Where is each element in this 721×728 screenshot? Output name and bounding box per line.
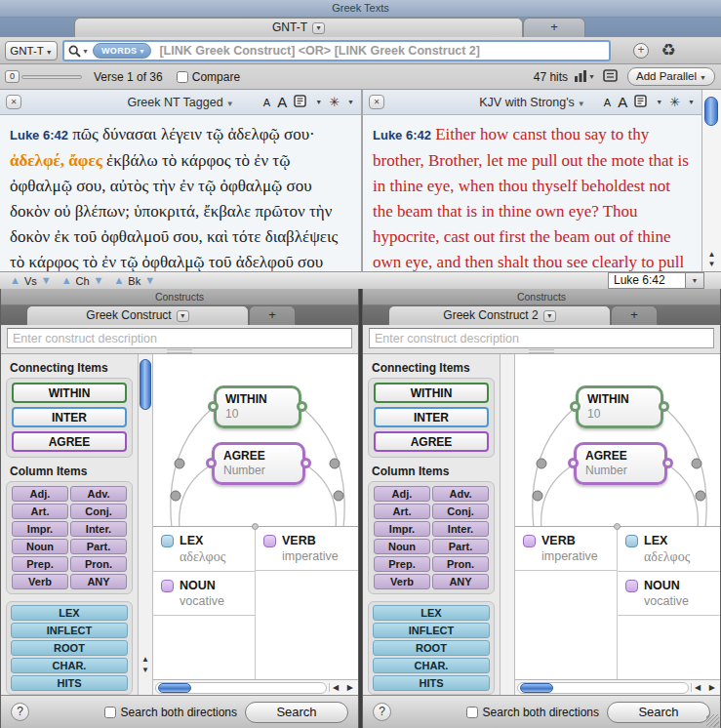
scrollbar-track[interactable]	[155, 682, 327, 694]
search-input[interactable]: ▼ WORDS▼ [LINK Greek Construct] <OR> [LI…	[62, 40, 611, 61]
vertical-scrollbar[interactable]: ▲▼	[701, 90, 721, 271]
verse-down-arrow[interactable]: ▼	[41, 275, 52, 286]
tab-gnt-t[interactable]: GNT-T▾	[74, 18, 523, 37]
within-palette-button[interactable]: WITHIN	[12, 383, 127, 403]
construct-element[interactable]: LEXαδελφος	[618, 527, 720, 572]
text-slider[interactable]	[21, 75, 82, 79]
search-scope-pill[interactable]: WORDS▼	[93, 43, 152, 59]
inflect-button[interactable]: INFLECT	[11, 623, 128, 638]
lex-button[interactable]: LEX	[11, 605, 128, 621]
construct-element[interactable]: VERBimperative	[515, 527, 617, 571]
chapter-down-arrow[interactable]: ▼	[94, 275, 104, 286]
details-workspace-icon[interactable]	[603, 69, 618, 85]
scroll-right-arrow[interactable]: ▶	[709, 683, 715, 692]
connector-port[interactable]	[570, 401, 581, 412]
vertical-scrollbar[interactable]: ▲▼	[500, 354, 515, 695]
text-slider-value[interactable]: 0	[5, 70, 20, 83]
horizontal-scrollbar[interactable]: ◀▶	[153, 679, 358, 695]
connector-port[interactable]	[206, 458, 217, 468]
connector-port[interactable]	[662, 458, 673, 468]
column-divider-handle[interactable]	[252, 523, 259, 530]
decrease-font-button[interactable]: A	[604, 97, 611, 108]
research-icon[interactable]: ♻	[661, 40, 676, 61]
connector-port[interactable]	[300, 458, 311, 468]
adv-button[interactable]: Adv.	[70, 486, 127, 502]
display-settings-icon[interactable]	[294, 95, 307, 110]
root-button[interactable]: ROOT	[11, 640, 128, 656]
search-icon[interactable]: ▼	[68, 45, 89, 58]
connection-area[interactable]: WITHIN 10 AGREE Number	[153, 354, 358, 526]
scrollbar-thumb[interactable]	[140, 359, 151, 410]
search-button[interactable]: Search	[607, 702, 710, 723]
window-titlebar[interactable]: Greek Texts	[0, 0, 721, 18]
art-button[interactable]: Art.	[12, 504, 68, 519]
scroll-up-arrow[interactable]: ▲	[139, 654, 152, 665]
construct-tab[interactable]: Greek Construct▾	[26, 305, 249, 325]
impr-button[interactable]: Impr.	[374, 521, 430, 537]
book-up-arrow[interactable]: ▲	[113, 275, 124, 286]
art-button[interactable]: Art.	[374, 504, 430, 519]
connector-port[interactable]	[297, 401, 307, 412]
inflect-button[interactable]: INFLECT	[373, 623, 490, 638]
conj-button[interactable]: Conj.	[70, 504, 127, 519]
go-to-reference-input[interactable]: Luke 6:42	[608, 272, 686, 289]
window-resize-grip[interactable]	[706, 714, 719, 727]
scrollbar-track[interactable]	[517, 682, 689, 694]
construct-column[interactable]: LEXαδελφοςNOUNvocative	[618, 527, 720, 679]
scroll-left-arrow[interactable]: ◀	[695, 683, 701, 692]
construct-element[interactable]: VERBimperative	[256, 527, 358, 571]
increase-font-button[interactable]: A	[277, 94, 287, 110]
construct-columns[interactable]: VERBimperativeLEXαδελφοςNOUNvocative	[515, 526, 720, 679]
construct-description-input[interactable]	[7, 328, 352, 348]
inter-button[interactable]: Inter.	[70, 521, 127, 537]
within-node-value[interactable]: 10	[225, 407, 290, 421]
construct-columns[interactable]: LEXαδελφοςNOUNvocativeVERBimperative	[153, 526, 358, 679]
root-button[interactable]: ROOT	[373, 640, 490, 656]
corpus-selector-button[interactable]: GNT-T▼	[5, 41, 58, 61]
prep-button[interactable]: Prep.	[374, 556, 430, 572]
part-button[interactable]: Part.	[70, 539, 127, 554]
scrollbar-thumb[interactable]	[704, 97, 718, 126]
scroll-down-arrow[interactable]: ▼	[139, 665, 152, 675]
agree-node[interactable]: AGREE Number	[574, 442, 667, 485]
connector-port[interactable]	[659, 401, 669, 412]
inter-palette-button[interactable]: INTER	[12, 407, 127, 427]
lex-button[interactable]: LEX	[373, 605, 490, 621]
add-parallel-button[interactable]: Add Parallel▼	[627, 67, 715, 86]
search-both-directions-checkbox[interactable]	[104, 707, 116, 718]
verb-button[interactable]: Verb	[374, 574, 430, 589]
construct-column[interactable]: VERBimperative	[515, 527, 618, 679]
vertical-scrollbar[interactable]: ▲▼	[138, 354, 153, 695]
gear-icon[interactable]: ✳	[329, 95, 340, 109]
noun-button[interactable]: Noun	[12, 539, 68, 554]
conj-button[interactable]: Conj.	[432, 504, 489, 519]
display-settings-icon[interactable]	[634, 95, 648, 110]
decrease-font-button[interactable]: A	[263, 97, 270, 108]
char-button[interactable]: CHAR.	[373, 658, 490, 673]
adv-button[interactable]: Adv.	[432, 486, 489, 502]
splitter-grip[interactable]	[529, 349, 554, 353]
prep-button[interactable]: Prep.	[12, 556, 68, 572]
scroll-right-arrow[interactable]: ▶	[347, 683, 353, 692]
book-down-arrow[interactable]: ▼	[144, 275, 155, 286]
new-tab-button[interactable]: +	[249, 305, 296, 325]
inter-palette-button[interactable]: INTER	[374, 407, 489, 427]
scrollbar-thumb[interactable]	[158, 683, 191, 693]
noun-button[interactable]: Noun	[374, 539, 430, 554]
construct-column[interactable]: VERBimperative	[256, 527, 358, 679]
scroll-up-arrow[interactable]: ▲	[702, 250, 721, 260]
compare-checkbox[interactable]	[177, 71, 188, 83]
agree-node-value[interactable]: Number	[223, 464, 294, 477]
search-button[interactable]: Search	[245, 702, 348, 723]
construct-description-input[interactable]	[369, 328, 714, 348]
scrollbar-thumb[interactable]	[520, 683, 553, 693]
verse-up-arrow[interactable]: ▲	[10, 275, 20, 286]
search-both-directions-checkbox[interactable]	[466, 707, 478, 718]
new-tab-button[interactable]: +	[523, 18, 585, 37]
reference-dropdown-button[interactable]: ▼	[686, 272, 704, 289]
char-button[interactable]: CHAR.	[11, 658, 128, 673]
chevron-down-icon[interactable]: ▾	[543, 310, 556, 322]
splitter-grip[interactable]	[167, 349, 192, 353]
window-titlebar[interactable]: Constructs	[1, 289, 358, 305]
chevron-down-icon[interactable]: ▾	[312, 22, 325, 34]
